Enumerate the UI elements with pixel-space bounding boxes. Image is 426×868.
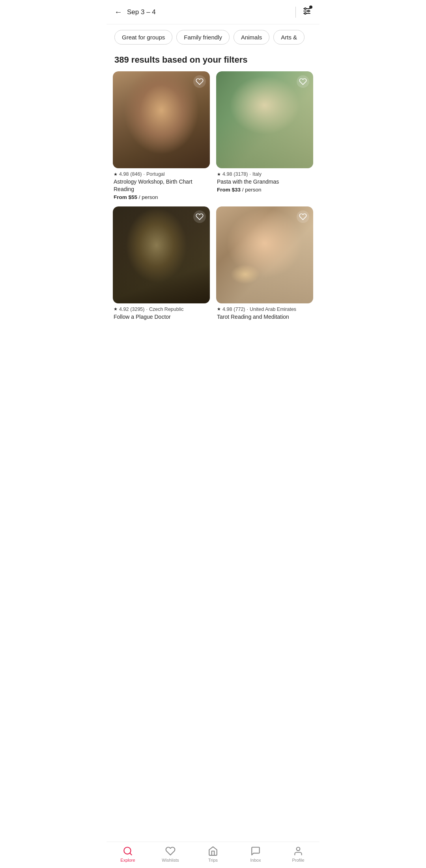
wishlist-button-plague[interactable]: [193, 210, 206, 223]
card-meta-plague: ★ 4.92 (3295) · Czech Republic: [114, 307, 209, 312]
card-reviews-tarot: (772): [234, 307, 245, 312]
card-plague[interactable]: ★ 4.92 (3295) · Czech Republic Follow a …: [113, 206, 210, 322]
card-image-plague: [113, 206, 210, 303]
wishlist-button-tarot[interactable]: [297, 210, 309, 223]
svg-point-3: [305, 8, 306, 9]
card-rating-plague: 4.92: [119, 307, 129, 312]
star-icon: ★: [114, 307, 118, 312]
card-image-pasta: [216, 71, 313, 168]
header-divider: [295, 7, 296, 18]
card-pasta[interactable]: ★ 4.98 (3178) · Italy Pasta with the Gra…: [216, 71, 313, 200]
card-title-astrology: Astrology Workshop, Birth Chart Reading: [114, 178, 209, 193]
card-tarot[interactable]: ★ 4.98 (772) · United Arab Emirates Taro…: [216, 206, 313, 322]
card-dot: ·: [247, 307, 248, 312]
card-location-tarot: United Arab Emirates: [250, 307, 296, 312]
card-astrology[interactable]: ★ 4.98 (846) · Portugal Astrology Worksh…: [113, 71, 210, 200]
card-info-pasta: ★ 4.98 (3178) · Italy Pasta with the Gra…: [216, 168, 313, 193]
card-reviews-plague: (3295): [130, 307, 144, 312]
card-title-plague: Follow a Plague Doctor: [114, 313, 209, 321]
card-info-tarot: ★ 4.98 (772) · United Arab Emirates Taro…: [216, 303, 313, 321]
card-info-plague: ★ 4.92 (3295) · Czech Republic Follow a …: [113, 303, 210, 321]
filter-dot: [309, 6, 312, 9]
card-dot: ·: [144, 171, 145, 177]
card-info-astrology: ★ 4.98 (846) · Portugal Astrology Worksh…: [113, 168, 210, 200]
card-title-pasta: Pasta with the Grandmas: [217, 178, 312, 186]
card-image-astrology: [113, 71, 210, 168]
chip-great-for-groups[interactable]: Great for groups: [114, 30, 172, 45]
chip-animals[interactable]: Animals: [234, 30, 269, 45]
svg-point-4: [308, 10, 309, 12]
card-image-tarot: [216, 206, 313, 303]
header-left: ← Sep 3 – 4: [114, 7, 156, 17]
back-button[interactable]: ←: [114, 7, 122, 17]
card-meta-pasta: ★ 4.98 (3178) · Italy: [217, 171, 312, 177]
card-reviews-pasta: (3178): [234, 171, 248, 177]
star-icon: ★: [114, 172, 118, 177]
star-icon: ★: [217, 307, 221, 312]
card-price-astrology: From $55 / person: [114, 194, 209, 200]
card-dot: ·: [146, 307, 147, 312]
header: ← Sep 3 – 4: [106, 0, 320, 24]
card-location-pasta: Italy: [252, 171, 262, 177]
svg-point-5: [305, 13, 306, 14]
card-rating-tarot: 4.98: [222, 307, 232, 312]
card-title-tarot: Tarot Reading and Meditation: [217, 313, 312, 321]
cards-grid: ★ 4.98 (846) · Portugal Astrology Worksh…: [106, 71, 320, 328]
filter-button[interactable]: [302, 6, 312, 18]
card-rating-astrology: 4.98: [119, 171, 129, 177]
filter-chips: Great for groups Family friendly Animals…: [106, 24, 320, 50]
header-right: [295, 6, 312, 18]
card-location-astrology: Portugal: [146, 171, 165, 177]
chip-family-friendly[interactable]: Family friendly: [176, 30, 230, 45]
date-range: Sep 3 – 4: [127, 8, 156, 16]
chip-arts[interactable]: Arts &: [273, 30, 305, 45]
results-count: 389 results based on your filters: [114, 55, 247, 65]
card-rating-pasta: 4.98: [222, 171, 232, 177]
wishlist-button-astrology[interactable]: [193, 75, 206, 88]
card-dot: ·: [249, 171, 250, 177]
card-reviews-astrology: (846): [130, 171, 142, 177]
card-meta-tarot: ★ 4.98 (772) · United Arab Emirates: [217, 307, 312, 312]
star-icon: ★: [217, 172, 221, 177]
results-header: 389 results based on your filters: [106, 50, 320, 71]
card-location-plague: Czech Republic: [149, 307, 184, 312]
card-meta-astrology: ★ 4.98 (846) · Portugal: [114, 171, 209, 177]
wishlist-button-pasta[interactable]: [297, 75, 309, 88]
card-price-pasta: From $33 / person: [217, 187, 312, 193]
